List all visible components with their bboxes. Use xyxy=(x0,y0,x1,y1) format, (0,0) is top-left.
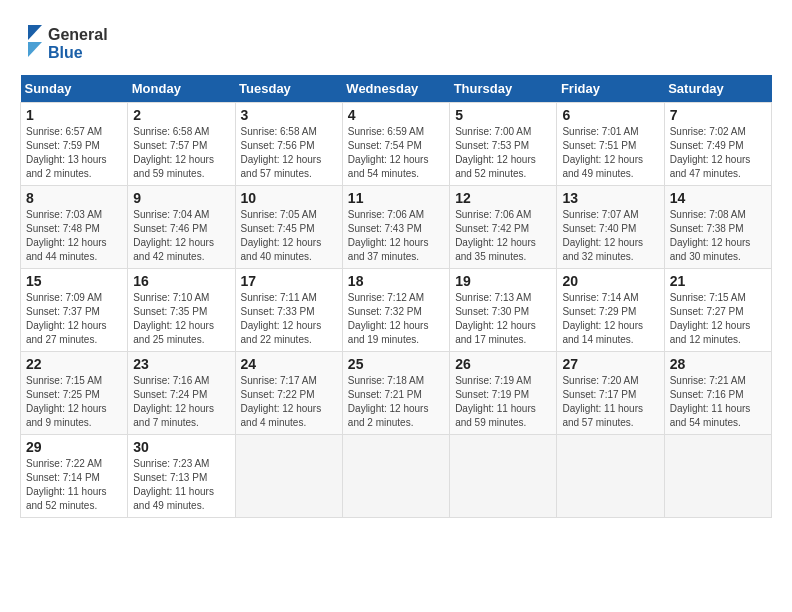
calendar-cell: 3Sunrise: 6:58 AM Sunset: 7:56 PM Daylig… xyxy=(235,103,342,186)
calendar-cell xyxy=(235,435,342,518)
weekday-header-saturday: Saturday xyxy=(664,75,771,103)
calendar-cell: 17Sunrise: 7:11 AM Sunset: 7:33 PM Dayli… xyxy=(235,269,342,352)
day-info: Sunrise: 7:12 AM Sunset: 7:32 PM Dayligh… xyxy=(348,291,444,347)
day-number: 25 xyxy=(348,356,444,372)
calendar-cell: 24Sunrise: 7:17 AM Sunset: 7:22 PM Dayli… xyxy=(235,352,342,435)
day-info: Sunrise: 7:09 AM Sunset: 7:37 PM Dayligh… xyxy=(26,291,122,347)
calendar-body: 1Sunrise: 6:57 AM Sunset: 7:59 PM Daylig… xyxy=(21,103,772,518)
calendar-cell: 6Sunrise: 7:01 AM Sunset: 7:51 PM Daylig… xyxy=(557,103,664,186)
day-number: 13 xyxy=(562,190,658,206)
calendar-cell: 21Sunrise: 7:15 AM Sunset: 7:27 PM Dayli… xyxy=(664,269,771,352)
calendar-header-row: SundayMondayTuesdayWednesdayThursdayFrid… xyxy=(21,75,772,103)
calendar-cell: 18Sunrise: 7:12 AM Sunset: 7:32 PM Dayli… xyxy=(342,269,449,352)
day-info: Sunrise: 7:06 AM Sunset: 7:42 PM Dayligh… xyxy=(455,208,551,264)
day-info: Sunrise: 7:22 AM Sunset: 7:14 PM Dayligh… xyxy=(26,457,122,513)
calendar-cell: 19Sunrise: 7:13 AM Sunset: 7:30 PM Dayli… xyxy=(450,269,557,352)
calendar-cell: 2Sunrise: 6:58 AM Sunset: 7:57 PM Daylig… xyxy=(128,103,235,186)
day-number: 23 xyxy=(133,356,229,372)
day-number: 22 xyxy=(26,356,122,372)
calendar-week-1: 1Sunrise: 6:57 AM Sunset: 7:59 PM Daylig… xyxy=(21,103,772,186)
day-info: Sunrise: 7:05 AM Sunset: 7:45 PM Dayligh… xyxy=(241,208,337,264)
day-info: Sunrise: 7:10 AM Sunset: 7:35 PM Dayligh… xyxy=(133,291,229,347)
svg-marker-1 xyxy=(28,42,42,57)
weekday-header-monday: Monday xyxy=(128,75,235,103)
day-info: Sunrise: 6:58 AM Sunset: 7:57 PM Dayligh… xyxy=(133,125,229,181)
day-number: 15 xyxy=(26,273,122,289)
calendar-cell xyxy=(557,435,664,518)
calendar-cell: 16Sunrise: 7:10 AM Sunset: 7:35 PM Dayli… xyxy=(128,269,235,352)
day-number: 9 xyxy=(133,190,229,206)
day-info: Sunrise: 6:59 AM Sunset: 7:54 PM Dayligh… xyxy=(348,125,444,181)
day-info: Sunrise: 7:04 AM Sunset: 7:46 PM Dayligh… xyxy=(133,208,229,264)
day-number: 21 xyxy=(670,273,766,289)
day-number: 7 xyxy=(670,107,766,123)
page-header: GeneralBlue xyxy=(20,20,772,65)
day-number: 26 xyxy=(455,356,551,372)
calendar-cell: 30Sunrise: 7:23 AM Sunset: 7:13 PM Dayli… xyxy=(128,435,235,518)
day-number: 5 xyxy=(455,107,551,123)
day-info: Sunrise: 7:17 AM Sunset: 7:22 PM Dayligh… xyxy=(241,374,337,430)
calendar-cell: 27Sunrise: 7:20 AM Sunset: 7:17 PM Dayli… xyxy=(557,352,664,435)
calendar-table: SundayMondayTuesdayWednesdayThursdayFrid… xyxy=(20,75,772,518)
day-info: Sunrise: 7:00 AM Sunset: 7:53 PM Dayligh… xyxy=(455,125,551,181)
day-number: 11 xyxy=(348,190,444,206)
day-info: Sunrise: 7:19 AM Sunset: 7:19 PM Dayligh… xyxy=(455,374,551,430)
day-info: Sunrise: 7:18 AM Sunset: 7:21 PM Dayligh… xyxy=(348,374,444,430)
logo: GeneralBlue xyxy=(20,20,110,65)
calendar-cell: 15Sunrise: 7:09 AM Sunset: 7:37 PM Dayli… xyxy=(21,269,128,352)
calendar-week-2: 8Sunrise: 7:03 AM Sunset: 7:48 PM Daylig… xyxy=(21,186,772,269)
day-info: Sunrise: 7:06 AM Sunset: 7:43 PM Dayligh… xyxy=(348,208,444,264)
calendar-cell: 20Sunrise: 7:14 AM Sunset: 7:29 PM Dayli… xyxy=(557,269,664,352)
day-info: Sunrise: 7:20 AM Sunset: 7:17 PM Dayligh… xyxy=(562,374,658,430)
calendar-cell: 13Sunrise: 7:07 AM Sunset: 7:40 PM Dayli… xyxy=(557,186,664,269)
day-number: 8 xyxy=(26,190,122,206)
calendar-cell: 7Sunrise: 7:02 AM Sunset: 7:49 PM Daylig… xyxy=(664,103,771,186)
calendar-cell: 10Sunrise: 7:05 AM Sunset: 7:45 PM Dayli… xyxy=(235,186,342,269)
svg-text:General: General xyxy=(48,26,108,43)
calendar-cell: 23Sunrise: 7:16 AM Sunset: 7:24 PM Dayli… xyxy=(128,352,235,435)
calendar-cell: 29Sunrise: 7:22 AM Sunset: 7:14 PM Dayli… xyxy=(21,435,128,518)
day-info: Sunrise: 6:58 AM Sunset: 7:56 PM Dayligh… xyxy=(241,125,337,181)
calendar-week-3: 15Sunrise: 7:09 AM Sunset: 7:37 PM Dayli… xyxy=(21,269,772,352)
day-info: Sunrise: 7:07 AM Sunset: 7:40 PM Dayligh… xyxy=(562,208,658,264)
day-info: Sunrise: 7:15 AM Sunset: 7:27 PM Dayligh… xyxy=(670,291,766,347)
day-number: 18 xyxy=(348,273,444,289)
weekday-header-sunday: Sunday xyxy=(21,75,128,103)
calendar-cell xyxy=(664,435,771,518)
day-number: 29 xyxy=(26,439,122,455)
day-info: Sunrise: 7:02 AM Sunset: 7:49 PM Dayligh… xyxy=(670,125,766,181)
day-number: 14 xyxy=(670,190,766,206)
calendar-cell: 12Sunrise: 7:06 AM Sunset: 7:42 PM Dayli… xyxy=(450,186,557,269)
day-number: 16 xyxy=(133,273,229,289)
calendar-cell: 26Sunrise: 7:19 AM Sunset: 7:19 PM Dayli… xyxy=(450,352,557,435)
day-info: Sunrise: 7:01 AM Sunset: 7:51 PM Dayligh… xyxy=(562,125,658,181)
logo-svg: GeneralBlue xyxy=(20,20,110,65)
day-info: Sunrise: 7:11 AM Sunset: 7:33 PM Dayligh… xyxy=(241,291,337,347)
day-number: 12 xyxy=(455,190,551,206)
day-number: 20 xyxy=(562,273,658,289)
calendar-cell: 9Sunrise: 7:04 AM Sunset: 7:46 PM Daylig… xyxy=(128,186,235,269)
weekday-header-tuesday: Tuesday xyxy=(235,75,342,103)
calendar-cell: 11Sunrise: 7:06 AM Sunset: 7:43 PM Dayli… xyxy=(342,186,449,269)
weekday-header-friday: Friday xyxy=(557,75,664,103)
day-info: Sunrise: 7:08 AM Sunset: 7:38 PM Dayligh… xyxy=(670,208,766,264)
weekday-header-wednesday: Wednesday xyxy=(342,75,449,103)
day-number: 10 xyxy=(241,190,337,206)
calendar-cell xyxy=(450,435,557,518)
day-info: Sunrise: 7:23 AM Sunset: 7:13 PM Dayligh… xyxy=(133,457,229,513)
day-info: Sunrise: 7:03 AM Sunset: 7:48 PM Dayligh… xyxy=(26,208,122,264)
day-info: Sunrise: 7:16 AM Sunset: 7:24 PM Dayligh… xyxy=(133,374,229,430)
day-number: 30 xyxy=(133,439,229,455)
calendar-cell: 4Sunrise: 6:59 AM Sunset: 7:54 PM Daylig… xyxy=(342,103,449,186)
day-number: 3 xyxy=(241,107,337,123)
day-number: 27 xyxy=(562,356,658,372)
day-number: 17 xyxy=(241,273,337,289)
day-number: 2 xyxy=(133,107,229,123)
day-number: 24 xyxy=(241,356,337,372)
calendar-cell: 28Sunrise: 7:21 AM Sunset: 7:16 PM Dayli… xyxy=(664,352,771,435)
day-info: Sunrise: 7:15 AM Sunset: 7:25 PM Dayligh… xyxy=(26,374,122,430)
svg-text:Blue: Blue xyxy=(48,44,83,61)
day-info: Sunrise: 7:13 AM Sunset: 7:30 PM Dayligh… xyxy=(455,291,551,347)
day-number: 4 xyxy=(348,107,444,123)
calendar-week-5: 29Sunrise: 7:22 AM Sunset: 7:14 PM Dayli… xyxy=(21,435,772,518)
